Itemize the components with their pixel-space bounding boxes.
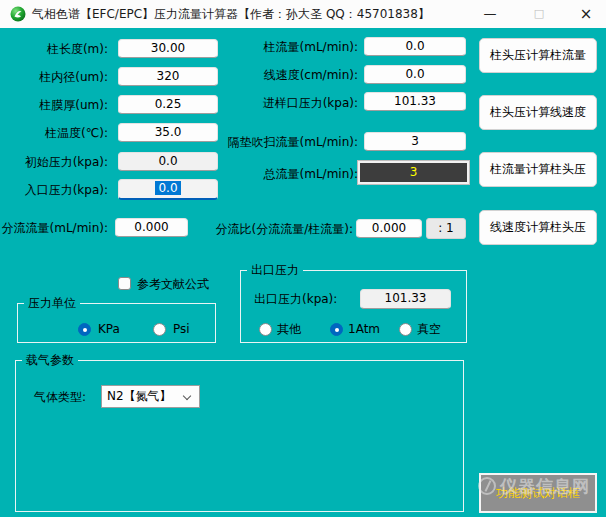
outlet-pressure-group-title: 出口压力 [247, 262, 303, 279]
pressure-unit-group: 压力单位 KPa Psi [17, 303, 216, 343]
radio-outlet-other-label[interactable]: 其他 [277, 321, 301, 338]
radio-outlet-1atm[interactable] [330, 323, 343, 336]
radio-outlet-vacuum[interactable] [399, 323, 412, 336]
split-ratio-suffix: : 1 [426, 218, 466, 239]
radio-kpa[interactable] [78, 323, 91, 336]
radio-psi[interactable] [153, 323, 166, 336]
radio-outlet-vacuum-label[interactable]: 真空 [417, 321, 441, 338]
split-flow-label: 分流流量(mL/min): [0, 219, 108, 238]
reference-formula-checkbox[interactable] [118, 277, 131, 290]
calc-flow-from-head-pressure-button[interactable]: 柱头压计算柱流量 [479, 38, 597, 73]
film-thickness-label: 柱膜厚(um): [0, 96, 108, 115]
initial-pressure-label: 初始压力(kpa): [0, 153, 108, 172]
gas-type-label: 气体类型: [34, 388, 86, 407]
total-flow-display: 3 [358, 161, 469, 184]
inlet-pressure-selected-text: 0.0 [155, 181, 180, 195]
reference-formula-label: 参考文献公式 [137, 275, 209, 294]
gas-type-value: N2【氮气】 [107, 389, 172, 403]
calc-head-pressure-from-velocity-button[interactable]: 线速度计算柱头压 [479, 210, 597, 245]
column-flow-field[interactable]: 0.0 [364, 37, 466, 56]
close-button-icon[interactable]: × [570, 0, 602, 28]
function-test-dialog-button[interactable]: 功能测试对话框 [479, 473, 597, 513]
radio-kpa-label[interactable]: KPa [98, 321, 120, 338]
radio-outlet-other[interactable] [259, 323, 272, 336]
split-ratio-label: 分流比(分流流量/柱流量): [195, 220, 353, 239]
outlet-pressure-field[interactable]: 101.33 [360, 289, 451, 309]
calc-velocity-from-head-pressure-button[interactable]: 柱头压计算线速度 [479, 95, 597, 130]
chevron-down-icon [183, 392, 191, 400]
linear-velocity-label: 线速度(cm/min): [180, 66, 358, 85]
total-flow-label: 总流量(mL/min): [180, 165, 358, 184]
gas-type-dropdown[interactable]: N2【氮气】 [101, 385, 200, 408]
window-title: 气相色谱【EFC/EPC】压力流量计算器【作者：孙大圣 QQ：45701838】 [32, 0, 430, 28]
split-flow-field[interactable]: 0.000 [115, 218, 188, 237]
inlet-pressure-label: 入口压力(kpa): [0, 181, 108, 200]
app-window: 气相色谱【EFC/EPC】压力流量计算器【作者：孙大圣 QQ：45701838】… [0, 0, 606, 517]
outlet-pressure-group: 出口压力 出口压力(kpa): 101.33 其他 1Atm 真空 [240, 270, 467, 343]
radio-outlet-1atm-label[interactable]: 1Atm [348, 321, 380, 338]
outlet-pressure-label: 出口压力(kpa): [254, 290, 337, 309]
minimize-button-icon[interactable]: — [474, 0, 506, 28]
carrier-gas-group: 载气参数 气体类型: N2【氮气】 [15, 360, 464, 512]
column-temp-label: 柱温度(℃): [0, 124, 108, 143]
title-bar: 气相色谱【EFC/EPC】压力流量计算器【作者：孙大圣 QQ：45701838】… [0, 0, 606, 28]
column-length-label: 柱长度(m): [0, 40, 108, 59]
inlet-port-pressure-label: 进样口压力(kpa): [180, 94, 358, 113]
calc-head-pressure-from-flow-button[interactable]: 柱流量计算柱头压 [479, 152, 597, 187]
septum-purge-flow-label: 隔垫吹扫流量(mL/min): [180, 133, 358, 152]
radio-psi-label[interactable]: Psi [173, 321, 190, 338]
app-icon [10, 6, 26, 22]
split-ratio-field[interactable]: 0.000 [356, 219, 422, 238]
pressure-unit-group-title: 压力单位 [24, 295, 80, 312]
linear-velocity-field[interactable]: 0.0 [364, 65, 466, 84]
column-flow-label: 柱流量(mL/min): [180, 38, 358, 57]
inlet-port-pressure-field[interactable]: 101.33 [364, 92, 466, 111]
septum-purge-flow-field[interactable]: 3 [364, 132, 466, 151]
maximize-button-icon[interactable]: □ [523, 0, 555, 28]
carrier-gas-group-title: 载气参数 [22, 352, 78, 369]
column-id-label: 柱内径(um): [0, 68, 108, 87]
